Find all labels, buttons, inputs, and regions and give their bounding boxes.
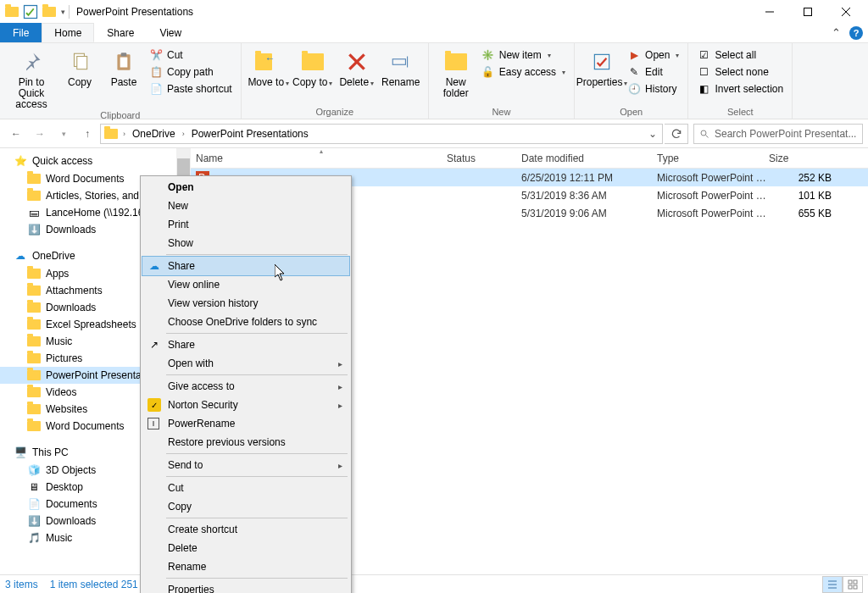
submenu-arrow-icon: ▸ — [338, 401, 342, 410]
back-button[interactable]: ← — [5, 123, 27, 145]
open-button[interactable]: ▶Open▾ — [624, 48, 682, 62]
svg-rect-22 — [849, 580, 852, 584]
invert-selection-button[interactable]: ◧Invert selection — [693, 82, 787, 96]
up-button[interactable]: ↑ — [76, 123, 98, 145]
menu-properties[interactable]: Properties — [142, 580, 349, 593]
address-bar[interactable]: › OneDrive › PowerPoint Presentations ⌄ — [100, 124, 663, 144]
qat-customize-icon[interactable]: ▾ — [61, 8, 65, 16]
menu-share[interactable]: ↗Share — [142, 335, 349, 354]
collapse-ribbon-icon[interactable]: ⌃ — [832, 26, 841, 39]
share-icon: ↗ — [147, 338, 161, 352]
menu-onedrive-share[interactable]: ☁Share — [142, 257, 349, 275]
help-icon[interactable]: ? — [849, 26, 863, 40]
svg-rect-9 — [121, 53, 127, 56]
status-bar: 3 items 1 item selected 251 KB — [0, 574, 868, 593]
copy-to-button[interactable]: Copy to▾ — [291, 45, 335, 89]
menu-version-history[interactable]: View version history — [142, 294, 349, 313]
menu-give-access[interactable]: Give access to▸ — [142, 377, 349, 396]
folder-icon — [27, 336, 41, 346]
menu-copy[interactable]: Copy — [142, 497, 349, 516]
paste-shortcut-button[interactable]: 📄Paste shortcut — [146, 82, 236, 96]
address-dropdown-icon[interactable]: ⌄ — [645, 125, 660, 143]
svg-point-15 — [701, 130, 706, 136]
select-all-button[interactable]: ☑Select all — [693, 48, 787, 62]
menu-open-with[interactable]: Open with▸ — [142, 354, 349, 373]
tab-file[interactable]: File — [0, 23, 42, 42]
col-name[interactable]: Name▴ — [196, 148, 447, 168]
copy-button[interactable]: Copy — [58, 45, 102, 88]
folder-icon — [27, 353, 41, 363]
tab-share[interactable]: Share — [94, 23, 147, 42]
easy-access-button[interactable]: 🔓Easy access▾ — [478, 65, 569, 79]
folder-icon — [27, 387, 41, 397]
edit-button[interactable]: ✎Edit — [624, 65, 682, 79]
group-label-clipboard: Clipboard — [5, 110, 236, 122]
menu-print[interactable]: Print — [142, 215, 349, 234]
details-view-button[interactable] — [822, 576, 843, 593]
separator — [69, 5, 70, 19]
thumbnails-view-button[interactable] — [843, 576, 863, 593]
delete-button[interactable]: Delete▾ — [335, 45, 379, 89]
pin-to-quick-access-button[interactable]: Pin to Quick access — [5, 45, 58, 110]
cut-button[interactable]: ✂️Cut — [146, 48, 236, 62]
submenu-arrow-icon: ▸ — [338, 461, 342, 470]
nav-quick-access[interactable]: ⭐Quick access — [0, 152, 176, 170]
qat-properties-icon[interactable] — [22, 3, 39, 20]
folder-icon — [103, 125, 120, 142]
breadcrumb-0[interactable]: OneDrive — [129, 128, 179, 140]
chevron-right-icon[interactable]: › — [179, 130, 188, 138]
refresh-button[interactable] — [665, 124, 688, 144]
folder-icon — [27, 421, 41, 431]
music-icon: 🎵 — [27, 532, 41, 544]
svg-rect-23 — [854, 580, 857, 584]
maximize-button[interactable] — [788, 0, 826, 23]
recent-dropdown-icon[interactable]: ▾ — [53, 123, 75, 145]
col-date[interactable]: Date modified — [521, 148, 657, 168]
history-button[interactable]: 🕘History — [624, 82, 682, 96]
menu-norton[interactable]: ✓Norton Security▸ — [142, 396, 349, 414]
qat-new-folder-icon[interactable] — [41, 3, 58, 20]
download-icon: ⬇️ — [27, 515, 41, 527]
group-label-organize: Organize — [247, 107, 423, 119]
menu-show[interactable]: Show — [142, 234, 349, 252]
folder-icon — [27, 319, 41, 330]
svg-rect-8 — [120, 58, 128, 68]
new-item-button[interactable]: ✳️New item▾ — [478, 48, 569, 62]
menu-delete[interactable]: Delete — [142, 539, 349, 557]
menu-powerrename[interactable]: IPowerRename — [142, 414, 349, 433]
folder-icon — [27, 285, 41, 296]
menu-create-shortcut[interactable]: Create shortcut — [142, 520, 349, 539]
close-button[interactable] — [826, 0, 865, 23]
select-none-button[interactable]: ☐Select none — [693, 65, 787, 79]
menu-open[interactable]: Open — [142, 178, 349, 197]
copy-path-button[interactable]: 📋Copy path — [146, 65, 236, 79]
search-box[interactable]: Search PowerPoint Presentat... — [693, 124, 863, 144]
menu-cut[interactable]: Cut — [142, 479, 349, 497]
rename-button[interactable]: Rename — [379, 45, 423, 88]
col-status[interactable]: Status — [447, 148, 521, 168]
forward-button[interactable]: → — [29, 123, 51, 145]
properties-button[interactable]: Properties▾ — [580, 45, 624, 89]
documents-icon: 📄 — [27, 498, 41, 510]
tab-view[interactable]: View — [147, 23, 194, 42]
powerrename-icon: I — [147, 418, 159, 430]
explorer-icon — [3, 3, 20, 20]
menu-rename[interactable]: Rename — [142, 557, 349, 576]
folder-icon — [27, 370, 41, 380]
col-size[interactable]: Size — [769, 148, 845, 168]
menu-restore-previous[interactable]: Restore previous versions — [142, 433, 349, 452]
svg-rect-24 — [849, 585, 852, 589]
move-to-button[interactable]: ← Move to▾ — [247, 45, 291, 89]
paste-button[interactable]: Paste — [102, 45, 146, 88]
breadcrumb-1[interactable]: PowerPoint Presentations — [188, 128, 312, 140]
new-folder-button[interactable]: New folder — [434, 45, 478, 99]
tab-home[interactable]: Home — [42, 23, 94, 42]
col-type[interactable]: Type — [657, 148, 769, 168]
minimize-button[interactable] — [750, 0, 788, 23]
menu-send-to[interactable]: Send to▸ — [142, 456, 349, 474]
menu-view-online[interactable]: View online — [142, 275, 349, 294]
menu-choose-folders[interactable]: Choose OneDrive folders to sync — [142, 313, 349, 331]
navbar: ← → ▾ ↑ › OneDrive › PowerPoint Presenta… — [0, 119, 868, 148]
menu-new[interactable]: New — [142, 197, 349, 215]
chevron-right-icon[interactable]: › — [120, 130, 129, 138]
